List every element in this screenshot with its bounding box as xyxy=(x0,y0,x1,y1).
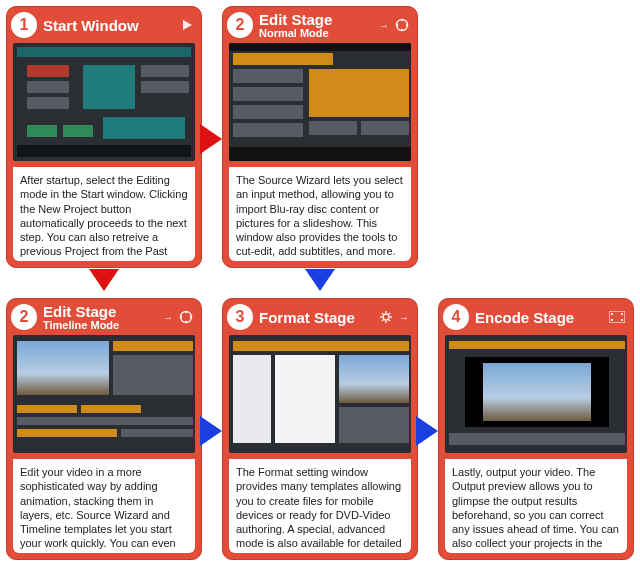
card-description: Edit your video in a more sophisticated … xyxy=(13,459,195,553)
target-icon: → xyxy=(163,310,193,324)
card-title: Edit Stage xyxy=(43,304,163,319)
screenshot-thumb xyxy=(445,335,627,453)
svg-rect-21 xyxy=(611,313,613,315)
card-description: The Source Wizard lets you select an inp… xyxy=(229,167,411,261)
card-format-stage: 3 Format Stage → The Format setting wind… xyxy=(222,298,418,560)
film-icon xyxy=(609,311,625,323)
card-titles: Format Stage xyxy=(259,310,379,325)
card-description: The Format setting window provides many … xyxy=(229,459,411,553)
arrow-down-icon xyxy=(89,269,119,291)
svg-marker-0 xyxy=(183,20,192,30)
step-number-badge: 3 xyxy=(227,304,253,330)
screenshot-thumb xyxy=(13,43,195,161)
svg-point-8 xyxy=(185,321,187,323)
svg-rect-22 xyxy=(611,319,613,321)
target-icon: → xyxy=(379,18,409,32)
svg-line-16 xyxy=(382,313,383,314)
workflow-diagram: 1 Start Window After startup, select the… xyxy=(0,0,640,568)
step-number-badge: 4 xyxy=(443,304,469,330)
svg-rect-23 xyxy=(621,313,623,315)
card-header: 4 Encode Stage xyxy=(439,299,633,335)
card-title: Edit Stage xyxy=(259,12,379,27)
step-number-badge: 2 xyxy=(11,304,37,330)
step-number-badge: 1 xyxy=(11,12,37,38)
card-edit-normal: 2 Edit Stage Normal Mode → The Source Wi… xyxy=(222,6,418,268)
arrow-right-icon xyxy=(200,416,222,446)
card-header: 1 Start Window xyxy=(7,7,201,43)
card-encode-stage: 4 Encode Stage Lastly, output your video… xyxy=(438,298,634,560)
card-header: 3 Format Stage → xyxy=(223,299,417,335)
card-title: Format Stage xyxy=(259,310,379,325)
svg-rect-24 xyxy=(621,319,623,321)
gear-right-icon: → xyxy=(379,310,409,324)
svg-rect-20 xyxy=(609,311,625,323)
svg-point-11 xyxy=(383,314,389,320)
card-header: 2 Edit Stage Timeline Mode → xyxy=(7,299,201,335)
card-start-window: 1 Start Window After startup, select the… xyxy=(6,6,202,268)
svg-point-7 xyxy=(185,311,187,313)
arrow-down-icon xyxy=(305,269,335,291)
card-title: Encode Stage xyxy=(475,310,609,325)
card-title: Start Window xyxy=(43,18,181,33)
svg-point-3 xyxy=(401,29,403,31)
card-titles: Edit Stage Timeline Mode xyxy=(43,304,163,331)
step-number-badge: 2 xyxy=(227,12,253,38)
card-edit-timeline: 2 Edit Stage Timeline Mode → Edit your v… xyxy=(6,298,202,560)
svg-line-19 xyxy=(389,313,390,314)
screenshot-thumb xyxy=(229,43,411,161)
screenshot-thumb xyxy=(229,335,411,453)
card-titles: Start Window xyxy=(43,18,181,33)
svg-point-9 xyxy=(180,316,182,318)
card-titles: Encode Stage xyxy=(475,310,609,325)
card-subtitle: Timeline Mode xyxy=(43,320,163,331)
svg-point-4 xyxy=(396,24,398,26)
card-description: Lastly, output your video. The Output pr… xyxy=(445,459,627,553)
card-description: After startup, select the Editing mode i… xyxy=(13,167,195,261)
svg-point-5 xyxy=(406,24,408,26)
svg-point-2 xyxy=(401,19,403,21)
play-icon xyxy=(181,19,193,31)
svg-point-10 xyxy=(190,316,192,318)
arrow-right-icon xyxy=(200,124,222,154)
card-subtitle: Normal Mode xyxy=(259,28,379,39)
screenshot-thumb xyxy=(13,335,195,453)
card-header: 2 Edit Stage Normal Mode → xyxy=(223,7,417,43)
arrow-right-icon xyxy=(416,416,438,446)
card-titles: Edit Stage Normal Mode xyxy=(259,12,379,39)
svg-line-17 xyxy=(389,320,390,321)
svg-line-18 xyxy=(382,320,383,321)
